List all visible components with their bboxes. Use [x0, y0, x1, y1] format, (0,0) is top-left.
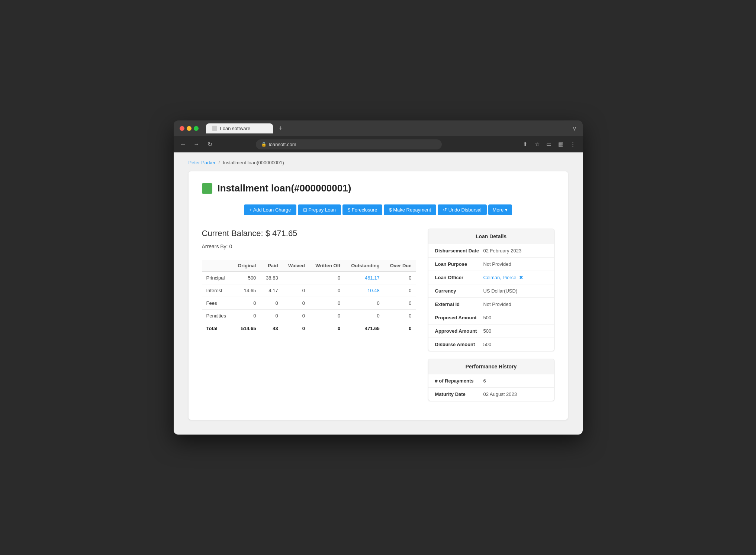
breadcrumb: Peter Parker / Installment loan(00000000… — [189, 160, 568, 165]
tab-bar: Loan software + — [206, 123, 569, 134]
interest-written-off: 0 — [309, 284, 345, 297]
details-row-disburse-amount: Disburse Amount 500 — [428, 338, 554, 351]
principal-paid: 38.83 — [260, 272, 282, 284]
address-bar: ← → ↻ 🔒 loansoft.com ⬆ ☆ ▭ ▦ ⋮ — [174, 136, 583, 152]
fees-waived: 0 — [283, 297, 309, 310]
loan-details-card: Loan Details Disbursement Date 02 Februa… — [428, 229, 554, 351]
loan-status-icon — [202, 183, 212, 194]
loan-card: Installment loan(#000000001) + Add Loan … — [189, 171, 568, 420]
window-control[interactable]: ∨ — [572, 125, 577, 132]
loan-officer-value: Colman, Pierce ✖ — [483, 275, 547, 280]
disburse-amount-value: 500 — [483, 342, 547, 347]
url-text: loansoft.com — [269, 142, 296, 147]
foreclosure-button[interactable]: $ Foreclosure — [342, 204, 382, 215]
interest-original: 14.65 — [232, 284, 261, 297]
total-original: 514.65 — [232, 322, 261, 335]
breadcrumb-parent-link[interactable]: Peter Parker — [189, 160, 216, 165]
prepay-loan-button[interactable]: ⊞ Prepay Loan — [298, 204, 341, 215]
penalties-over-due: 0 — [384, 310, 416, 322]
left-content: Current Balance: $ 471.65 Arrears By: 0 … — [202, 229, 416, 335]
interest-outstanding: 10.48 — [345, 284, 384, 297]
lock-icon: 🔒 — [261, 142, 267, 147]
details-row-loan-purpose: Loan Purpose Not Provided — [428, 258, 554, 271]
details-row-external-id: External Id Not Provided — [428, 298, 554, 311]
principal-waived — [283, 272, 309, 284]
repayments-label: # of Repayments — [435, 378, 483, 384]
bookmark-icon[interactable]: ☆ — [532, 139, 542, 149]
col-header-over-due: Over Due — [384, 260, 416, 272]
external-id-value: Not Provided — [483, 301, 547, 307]
performance-history-card: Performance History # of Repayments 6 Ma… — [428, 359, 554, 401]
close-button[interactable] — [180, 126, 184, 131]
tab-favicon — [212, 126, 217, 131]
approved-amount-value: 500 — [483, 328, 547, 334]
details-row-approved-amount: Approved Amount 500 — [428, 325, 554, 338]
interest-waived: 0 — [283, 284, 309, 297]
total-paid: 43 — [260, 322, 282, 335]
make-repayment-button[interactable]: $ Make Repayment — [384, 204, 436, 215]
total-waived: 0 — [283, 322, 309, 335]
more-button[interactable]: More ▾ — [488, 204, 512, 215]
loan-officer-remove-icon[interactable]: ✖ — [519, 275, 523, 280]
forward-button[interactable]: → — [192, 139, 202, 149]
row-label-total: Total — [202, 322, 232, 335]
current-balance: Current Balance: $ 471.65 — [202, 229, 416, 238]
action-buttons: + Add Loan Charge ⊞ Prepay Loan $ Forecl… — [202, 204, 554, 215]
extensions-icon[interactable]: ▭ — [544, 139, 554, 149]
proposed-amount-label: Proposed Amount — [435, 315, 483, 320]
fees-written-off: 0 — [309, 297, 345, 310]
principal-original: 500 — [232, 272, 261, 284]
browser-tab[interactable]: Loan software — [206, 123, 273, 133]
loan-officer-label: Loan Officer — [435, 275, 483, 280]
right-panel: Loan Details Disbursement Date 02 Februa… — [428, 229, 554, 409]
total-written-off: 0 — [309, 322, 345, 335]
col-header-label — [202, 260, 232, 272]
new-tab-button[interactable]: + — [276, 123, 286, 134]
share-icon[interactable]: ⬆ — [520, 139, 530, 149]
maturity-date-value: 02 August 2023 — [483, 391, 547, 397]
principal-outstanding: 461.17 — [345, 272, 384, 284]
penalties-paid: 0 — [260, 310, 282, 322]
repayments-value: 6 — [483, 378, 547, 384]
details-row-maturity-date: Maturity Date 02 August 2023 — [428, 388, 554, 401]
minimize-button[interactable] — [187, 126, 192, 131]
page-content: Peter Parker / Installment loan(00000000… — [174, 152, 583, 435]
breadcrumb-current: Installment loan(000000001) — [223, 160, 284, 165]
fees-paid: 0 — [260, 297, 282, 310]
col-header-written-off: Written Off — [309, 260, 345, 272]
add-loan-charge-button[interactable]: + Add Loan Charge — [244, 204, 296, 215]
disburse-amount-label: Disburse Amount — [435, 342, 483, 347]
proposed-amount-value: 500 — [483, 315, 547, 320]
back-button[interactable]: ← — [178, 139, 189, 149]
approved-amount-label: Approved Amount — [435, 328, 483, 334]
col-header-original: Original — [232, 260, 261, 272]
disbursement-date-label: Disbursement Date — [435, 248, 483, 254]
principal-written-off: 0 — [309, 272, 345, 284]
row-label-penalties: Penalties — [202, 310, 232, 322]
table-row: Principal 500 38.83 0 461.17 0 — [202, 272, 416, 284]
row-label-principal: Principal — [202, 272, 232, 284]
arrears: Arrears By: 0 — [202, 243, 416, 249]
main-layout: Current Balance: $ 471.65 Arrears By: 0 … — [202, 229, 554, 409]
browser-window: Loan software + ∨ ← → ↻ 🔒 loansoft.com ⬆… — [174, 120, 583, 435]
undo-disbursal-button[interactable]: ↺ Undo Disbursal — [438, 204, 487, 215]
interest-over-due: 0 — [384, 284, 416, 297]
interest-paid: 4.17 — [260, 284, 282, 297]
tab-title: Loan software — [220, 126, 251, 131]
table-row: Interest 14.65 4.17 0 0 10.48 0 — [202, 284, 416, 297]
fullscreen-button[interactable] — [194, 126, 199, 131]
menu-icon[interactable]: ⋮ — [567, 139, 578, 149]
details-row-proposed-amount: Proposed Amount 500 — [428, 311, 554, 325]
external-id-label: External Id — [435, 301, 483, 307]
details-row-repayments: # of Repayments 6 — [428, 374, 554, 388]
maturity-date-label: Maturity Date — [435, 391, 483, 397]
toolbar-icons: ⬆ ☆ ▭ ▦ ⋮ — [520, 139, 578, 149]
performance-history-header: Performance History — [428, 359, 554, 374]
row-label-interest: Interest — [202, 284, 232, 297]
url-bar[interactable]: 🔒 loansoft.com — [256, 139, 442, 149]
col-header-outstanding: Outstanding — [345, 260, 384, 272]
refresh-button[interactable]: ↻ — [205, 139, 215, 149]
col-header-waived: Waived — [283, 260, 309, 272]
table-row: Penalties 0 0 0 0 0 0 — [202, 310, 416, 322]
split-view-icon[interactable]: ▦ — [556, 139, 566, 149]
